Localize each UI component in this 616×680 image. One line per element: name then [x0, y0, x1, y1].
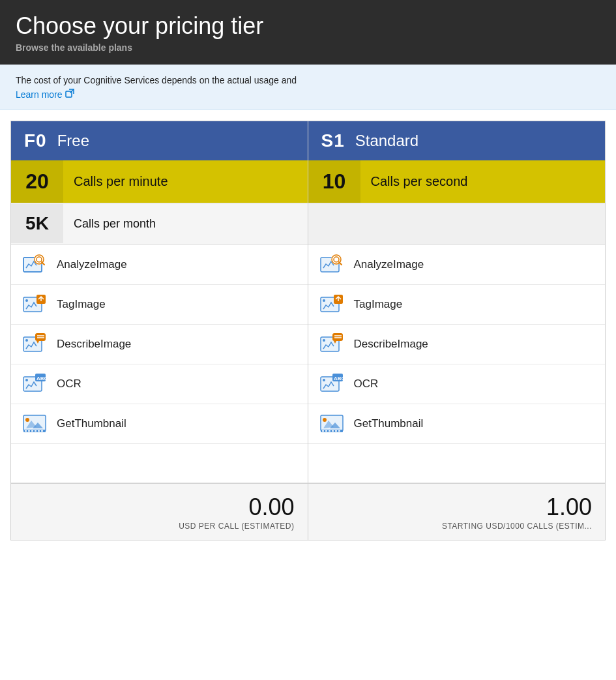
svg-rect-27: [25, 430, 27, 432]
svg-rect-32: [41, 430, 43, 432]
page-header: Choose your pricing tier Browse the avai…: [0, 0, 616, 65]
tier-s1-spacer: [308, 444, 606, 483]
svg-rect-30: [35, 430, 37, 432]
analyze-icon-s1: [319, 252, 345, 278]
tier-s1-thumbnail-label: GetThumbnail: [354, 417, 424, 430]
tier-s1-desc: STARTING USD/1000 CALLS (ESTIM...: [321, 522, 593, 531]
ocr-icon: ABC: [22, 371, 48, 397]
tier-f0-secondary-number: 5K: [11, 204, 63, 243]
tier-f0-spacer: [11, 444, 308, 483]
analyze-icon: [22, 252, 48, 278]
tier-s1-feature-ocr: ABC OCR: [308, 364, 606, 404]
learn-more-link[interactable]: Learn more: [16, 89, 74, 100]
svg-rect-59: [329, 430, 330, 432]
svg-rect-58: [325, 430, 327, 432]
page-subtitle: Browse the available plans: [16, 42, 600, 53]
tier-f0-header: F0 Free: [11, 121, 308, 160]
svg-rect-29: [31, 430, 33, 432]
tier-s1-empty-row: [308, 203, 606, 245]
svg-rect-57: [322, 430, 324, 432]
tier-s1-ocr-label: OCR: [354, 377, 379, 391]
tier-s1-analyze-label: AnalyzeImage: [354, 258, 424, 271]
tag-icon: [22, 291, 48, 318]
tier-f0-secondary-label: Calls per month: [63, 208, 166, 240]
svg-point-19: [25, 379, 28, 381]
svg-rect-60: [332, 430, 334, 432]
tier-f0-desc: USD PER CALL (ESTIMATED): [24, 522, 295, 531]
tier-f0-rate-label: Calls per minute: [63, 165, 179, 198]
tier-s1-feature-describe: DescribeImage: [308, 325, 606, 364]
svg-rect-14: [35, 333, 46, 341]
svg-point-25: [25, 418, 29, 422]
tier-s1-feature-tag: TagImage: [308, 285, 606, 325]
tier-f0-feature-analyze: AnalyzeImage: [11, 245, 308, 285]
svg-point-13: [25, 339, 28, 342]
svg-rect-61: [335, 430, 337, 432]
tier-f0-ocr-label: OCR: [57, 377, 81, 391]
tier-s1-name: Standard: [355, 132, 418, 150]
tier-f0-rate-highlight: 20 Calls per minute: [11, 160, 308, 203]
info-bar: The cost of your Cognitive Services depe…: [0, 65, 616, 110]
tier-f0-feature-thumbnail: GetThumbnail: [11, 404, 308, 444]
svg-rect-31: [38, 430, 40, 432]
info-text: The cost of your Cognitive Services depe…: [16, 74, 600, 87]
svg-text:ABC: ABC: [37, 376, 47, 381]
tier-s1-footer: 1.00 STARTING USD/1000 CALLS (ESTIM...: [308, 483, 606, 540]
tier-f0-price: 0.00: [24, 495, 295, 519]
tier-f0-name: Free: [57, 132, 89, 150]
pricing-grid: F0 Free 20 Calls per minute 5K Calls per…: [0, 110, 616, 551]
tier-s1-feature-analyze: AnalyzeImage: [308, 245, 606, 285]
svg-point-9: [25, 299, 28, 302]
tier-s1-code: S1: [321, 130, 345, 151]
svg-rect-52: [321, 415, 343, 431]
tier-s1-header: S1 Standard: [308, 121, 606, 160]
describe-icon-s1: [319, 331, 345, 357]
tier-s1-price: 1.00: [321, 495, 593, 519]
tier-f0-code: F0: [24, 130, 47, 151]
tier-s1-tag-label: TagImage: [354, 298, 403, 311]
tier-f0-describe-label: DescribeImage: [57, 338, 131, 351]
svg-rect-62: [338, 430, 340, 432]
tier-f0-thumbnail-label: GetThumbnail: [57, 417, 126, 430]
external-link-icon: [65, 89, 74, 100]
tier-f0-rate-number: 20: [11, 160, 63, 203]
tier-s1-rate-highlight: 10 Calls per second: [308, 160, 606, 203]
svg-point-39: [323, 299, 325, 302]
tier-s1-describe-label: DescribeImage: [354, 338, 428, 351]
tier-f0-card[interactable]: F0 Free 20 Calls per minute 5K Calls per…: [10, 121, 308, 540]
page-title: Choose your pricing tier: [16, 12, 600, 40]
tier-f0-feature-describe: DescribeImage: [11, 325, 308, 364]
tier-s1-feature-thumbnail: GetThumbnail: [308, 404, 606, 444]
svg-rect-28: [28, 430, 30, 432]
svg-point-55: [323, 418, 327, 422]
tier-f0-tag-label: TagImage: [57, 298, 106, 311]
svg-text:ABC: ABC: [334, 376, 344, 381]
tier-f0-secondary-rate: 5K Calls per month: [11, 203, 308, 245]
tier-f0-feature-ocr: ABC OCR: [11, 364, 308, 404]
describe-icon: [22, 331, 48, 357]
tier-f0-feature-tag: TagImage: [11, 285, 308, 325]
tier-s1-card[interactable]: S1 Standard 10 Calls per second Analyz: [308, 121, 606, 540]
tier-s1-rate-number: 10: [308, 160, 360, 203]
tag-icon-s1: [319, 291, 345, 318]
svg-rect-44: [332, 333, 343, 341]
svg-point-43: [323, 339, 325, 342]
ocr-icon-s1: ABC: [319, 371, 345, 397]
svg-rect-22: [23, 415, 46, 431]
tier-f0-footer: 0.00 USD PER CALL (ESTIMATED): [11, 483, 308, 540]
tier-s1-rate-label: Calls per second: [360, 165, 478, 198]
tier-f0-analyze-label: AnalyzeImage: [57, 258, 127, 271]
thumbnail-icon-s1: [319, 411, 345, 437]
thumbnail-icon: [22, 411, 48, 437]
svg-point-49: [323, 379, 325, 381]
